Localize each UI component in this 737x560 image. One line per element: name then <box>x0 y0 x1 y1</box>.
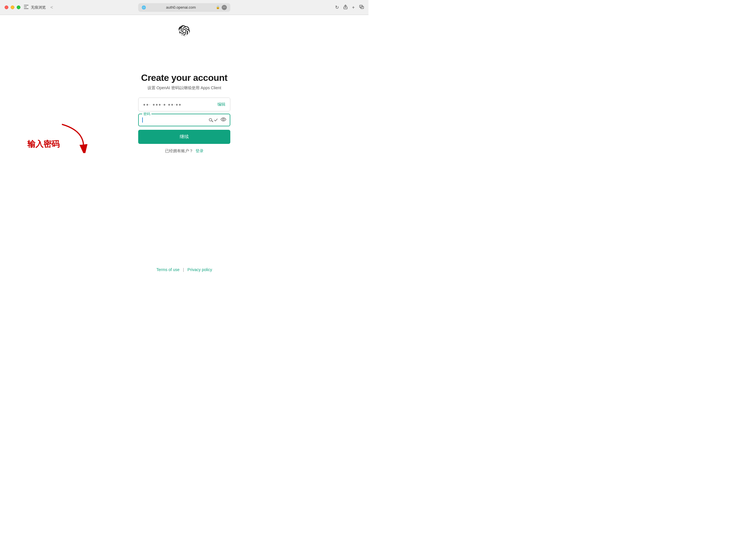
add-tab-icon[interactable]: + <box>352 5 355 10</box>
lock-icon: 🔒 <box>216 5 220 9</box>
form-container: ●●· ●●●·● ●●·●● 编辑 密码 <box>138 98 230 154</box>
email-field: ●●· ●●●·● ●●·●● 编辑 <box>138 98 230 111</box>
svg-rect-2 <box>24 8 28 9</box>
svg-rect-1 <box>24 7 27 7</box>
privacy-link[interactable]: Privacy policy <box>187 267 212 272</box>
browser-chrome: 无痕浏览 < 🌐 auth0.openai.com 🔒 ··· ↻ + <box>0 0 368 15</box>
svg-rect-0 <box>24 5 28 5</box>
footer: Terms of use | Privacy policy <box>156 267 212 272</box>
page-content: Create your account 设置 OpenAI 密码以继续使用 Ap… <box>0 15 368 280</box>
already-account: 已经拥有账户？ 登录 <box>138 148 230 154</box>
already-account-text: 已经拥有账户？ <box>165 148 193 153</box>
tabs-icon[interactable] <box>359 5 364 10</box>
eye-icon[interactable] <box>220 117 226 123</box>
browser-title: 无痕浏览 <box>31 5 46 10</box>
traffic-lights <box>5 5 20 9</box>
globe-icon: 🌐 <box>142 5 146 9</box>
svg-point-6 <box>209 119 212 121</box>
address-bar[interactable]: 🌐 auth0.openai.com 🔒 ··· <box>138 3 230 12</box>
url-text: auth0.openai.com <box>148 5 214 9</box>
password-input[interactable] <box>143 118 208 123</box>
more-button[interactable]: ··· <box>222 5 227 10</box>
openai-logo <box>178 25 190 37</box>
password-label: 密码 <box>142 112 151 117</box>
back-button[interactable]: < <box>50 5 53 10</box>
reload-icon[interactable]: ↻ <box>335 5 339 10</box>
password-field-wrapper: 密码 <box>138 114 230 126</box>
traffic-light-red[interactable] <box>5 5 8 9</box>
terms-link[interactable]: Terms of use <box>156 267 179 272</box>
sidebar-icon[interactable] <box>24 5 28 10</box>
key-icon <box>208 117 218 123</box>
annotation-label: 输入密码 <box>27 139 60 150</box>
logo-container <box>178 25 190 38</box>
page-subtitle: 设置 OpenAI 密码以继续使用 Apps Client <box>147 85 221 91</box>
password-input-row <box>139 114 230 126</box>
traffic-light-green[interactable] <box>17 5 20 9</box>
svg-point-7 <box>222 119 224 120</box>
password-icons <box>208 117 226 123</box>
edit-button[interactable]: 编辑 <box>217 102 225 107</box>
continue-button[interactable]: 继续 <box>138 130 230 144</box>
email-display: ●●· ●●●·● ●●·●● <box>143 102 182 107</box>
share-icon[interactable] <box>343 5 347 10</box>
page-title: Create your account <box>141 73 227 83</box>
browser-actions: ↻ + <box>335 5 364 10</box>
footer-divider: | <box>183 267 184 272</box>
traffic-light-yellow[interactable] <box>11 5 14 9</box>
login-link[interactable]: 登录 <box>195 148 203 153</box>
